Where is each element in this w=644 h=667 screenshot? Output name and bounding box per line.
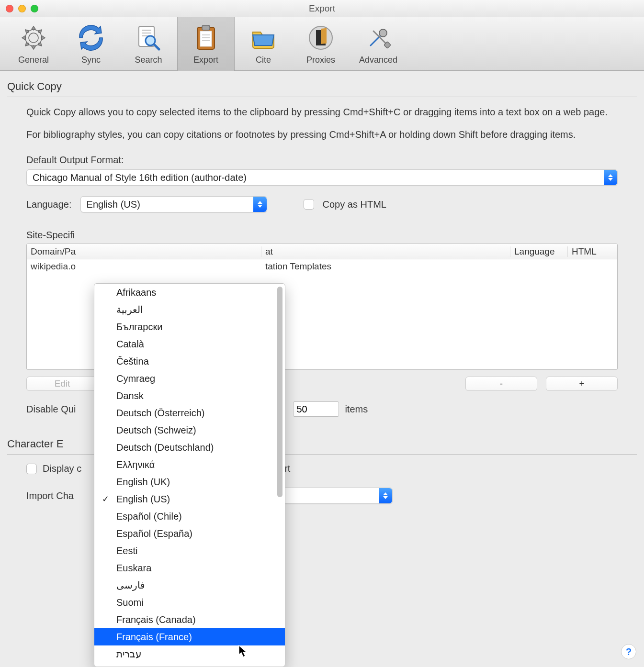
- language-menu-item[interactable]: Español (Chile): [94, 508, 285, 525]
- language-menu-item[interactable]: Català: [94, 335, 285, 353]
- mouse-cursor-icon: [238, 645, 247, 657]
- door-icon: [307, 24, 334, 51]
- language-menu-item[interactable]: فارسی: [94, 577, 285, 594]
- tab-advanced[interactable]: Advanced: [350, 17, 407, 71]
- import-char-label: Import Cha: [26, 490, 74, 501]
- tab-sync[interactable]: Sync: [62, 17, 120, 71]
- site-specific-settings-label: Site-Specifi: [26, 230, 618, 241]
- cell-domain: wikipedia.o: [27, 261, 261, 272]
- col-domain[interactable]: Domain/Pa: [27, 246, 261, 257]
- tab-label: Search: [135, 55, 162, 65]
- preferences-toolbar: General Sync Search Export Cite Proxies …: [0, 17, 644, 71]
- copy-as-html-label: Copy as HTML: [323, 199, 386, 210]
- tab-label: Advanced: [359, 55, 397, 65]
- import-char-select[interactable]: [273, 488, 393, 504]
- disable-quick-copy-label: Disable Qui: [26, 404, 76, 415]
- scrollbar[interactable]: [277, 287, 282, 497]
- language-menu-item[interactable]: Čeština: [94, 353, 285, 370]
- tab-export[interactable]: Export: [177, 17, 235, 71]
- language-menu-item[interactable]: Български: [94, 318, 285, 335]
- help-button[interactable]: ?: [621, 644, 636, 659]
- tab-label: Sync: [81, 55, 101, 65]
- remove-row-button[interactable]: -: [465, 377, 537, 391]
- quick-copy-description-2: For bibliography styles, you can copy ci…: [26, 128, 618, 141]
- language-menu-item[interactable]: Deutsch (Schweiz): [94, 422, 285, 439]
- folder-icon: [250, 24, 277, 51]
- copy-as-html-checkbox[interactable]: [304, 199, 314, 210]
- disable-count-input[interactable]: [293, 401, 339, 417]
- language-label: Language:: [26, 199, 72, 210]
- language-menu-item[interactable]: Ελληνικά: [94, 456, 285, 473]
- language-menu-item[interactable]: Deutsch (Österreich): [94, 404, 285, 422]
- select-value: English (US): [81, 199, 253, 210]
- language-menu-item[interactable]: Eesti: [94, 542, 285, 559]
- language-menu-item[interactable]: Dansk: [94, 387, 285, 404]
- display-char-checkbox[interactable]: [26, 464, 37, 474]
- tab-search[interactable]: Search: [120, 17, 177, 71]
- chevron-updown-icon: [379, 488, 392, 503]
- col-html[interactable]: HTML: [568, 246, 617, 257]
- divider: [7, 97, 637, 97]
- language-menu-item[interactable]: English (US): [94, 490, 285, 508]
- default-output-format-select[interactable]: Chicago Manual of Style 16th edition (au…: [26, 169, 618, 186]
- table-row[interactable]: wikipedia.o tation Templates: [27, 259, 617, 274]
- cell-format: tation Templates: [261, 261, 510, 272]
- language-menu-item[interactable]: Español (España): [94, 525, 285, 542]
- tools-icon: [365, 24, 392, 51]
- search-doc-icon: [135, 24, 162, 51]
- language-menu-item[interactable]: العربية: [94, 301, 285, 318]
- titlebar: Export: [0, 0, 644, 17]
- language-menu-item[interactable]: Suomi: [94, 594, 285, 611]
- tab-label: Proxies: [306, 55, 335, 65]
- display-char-label: Display c: [43, 463, 81, 474]
- language-menu-item[interactable]: Deutsch (Deutschland): [94, 439, 285, 456]
- language-menu-item[interactable]: Français (Canada): [94, 611, 285, 628]
- tab-general[interactable]: General: [5, 17, 62, 71]
- language-menu-item[interactable]: Euskara: [94, 559, 285, 577]
- add-row-button[interactable]: +: [546, 377, 618, 391]
- svg-line-7: [154, 44, 159, 49]
- items-label: items: [345, 404, 368, 415]
- table-header: Domain/Pa at Language HTML: [27, 244, 617, 259]
- tab-label: Export: [193, 55, 218, 65]
- svg-rect-9: [200, 31, 212, 46]
- svg-rect-16: [321, 28, 327, 44]
- window-title: Export: [0, 3, 644, 14]
- language-dropdown-menu[interactable]: AfrikaansالعربيةБългарскиCatalàČeštinaCy…: [94, 283, 285, 667]
- language-menu-item[interactable]: עברית: [94, 645, 285, 663]
- clipboard-icon: [192, 24, 219, 51]
- tab-label: Cite: [256, 55, 271, 65]
- language-menu-item[interactable]: Français (France): [94, 628, 285, 645]
- gear-icon: [20, 24, 47, 51]
- chevron-updown-icon: [253, 197, 267, 212]
- edit-button[interactable]: Edit: [26, 377, 98, 391]
- quick-copy-title: Quick Copy: [7, 80, 637, 93]
- language-menu-item[interactable]: English (UK): [94, 473, 285, 490]
- tab-label: General: [18, 55, 49, 65]
- col-language[interactable]: Language: [510, 246, 568, 257]
- tab-proxies[interactable]: Proxies: [292, 17, 350, 71]
- svg-point-0: [29, 33, 38, 43]
- svg-point-18: [379, 29, 387, 37]
- quick-copy-description-1: Quick Copy allows you to copy selected i…: [26, 106, 618, 119]
- svg-rect-10: [202, 25, 210, 30]
- language-menu-item[interactable]: Cymraeg: [94, 370, 285, 387]
- tab-cite[interactable]: Cite: [235, 17, 292, 71]
- language-select[interactable]: English (US): [80, 196, 267, 212]
- language-menu-list: AfrikaansالعربيةБългарскиCatalàČeštinaCy…: [94, 284, 285, 663]
- chevron-updown-icon: [604, 170, 617, 185]
- col-output-format[interactable]: at: [261, 246, 510, 257]
- select-value: Chicago Manual of Style 16th edition (au…: [27, 172, 604, 183]
- default-output-format-label: Default Output Format:: [26, 155, 618, 166]
- sync-icon: [78, 24, 104, 51]
- language-menu-item[interactable]: Afrikaans: [94, 284, 285, 301]
